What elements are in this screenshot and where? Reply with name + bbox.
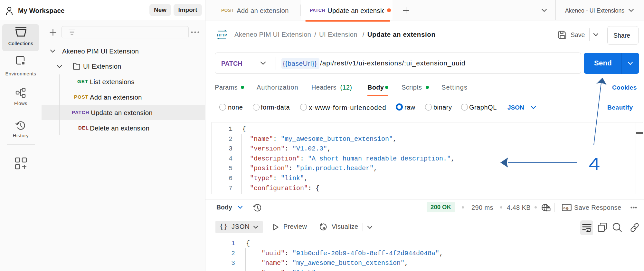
svg-text:HTTP: HTTP — [217, 33, 227, 37]
